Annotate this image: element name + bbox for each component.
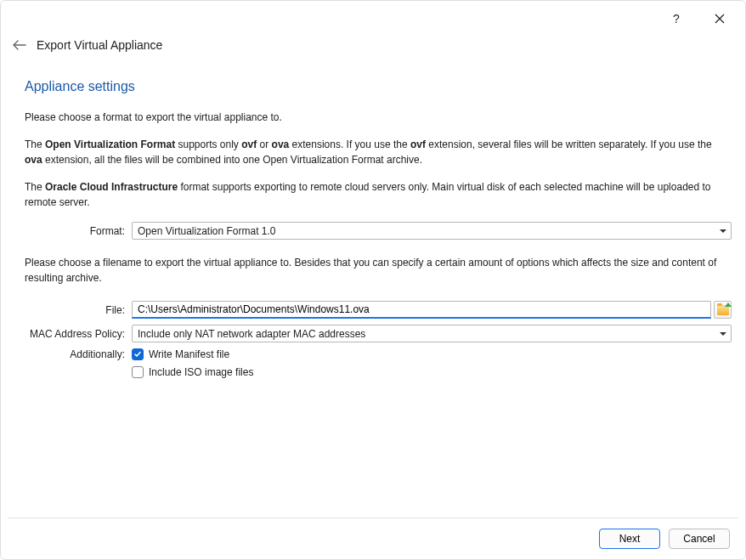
intro-text-1: Please choose a format to export the vir…	[25, 110, 732, 125]
footer-divider	[8, 518, 738, 518]
format-value: Open Virtualization Format 1.0	[138, 225, 276, 237]
back-icon[interactable]	[13, 38, 26, 52]
intro-text-2: The Open Virtualization Format supports …	[25, 137, 732, 167]
additionally-label: Additionally:	[25, 348, 132, 360]
next-button[interactable]: Next	[599, 529, 660, 549]
write-manifest-checkbox[interactable]	[132, 348, 144, 360]
page-title: Export Virtual Appliance	[37, 38, 162, 52]
browse-button[interactable]	[714, 301, 732, 319]
help-icon[interactable]: ?	[670, 12, 684, 25]
include-iso-label: Include ISO image files	[149, 366, 253, 378]
chevron-down-icon	[720, 229, 726, 233]
intro-text-4: Please choose a filename to export the v…	[25, 255, 732, 286]
file-input[interactable]	[132, 301, 711, 319]
include-iso-checkbox[interactable]	[132, 366, 144, 378]
mac-label: MAC Address Policy:	[25, 328, 132, 340]
section-heading: Appliance settings	[25, 79, 732, 94]
mac-select[interactable]: Include only NAT network adapter MAC add…	[132, 325, 732, 342]
chevron-down-icon	[720, 332, 726, 336]
file-label: File:	[25, 304, 132, 316]
folder-icon	[717, 305, 729, 315]
mac-value: Include only NAT network adapter MAC add…	[138, 328, 365, 340]
svg-text:?: ?	[673, 13, 680, 25]
format-select[interactable]: Open Virtualization Format 1.0	[132, 222, 732, 240]
cancel-button[interactable]: Cancel	[669, 529, 730, 549]
intro-text-3: The Oracle Cloud Infrastructure format s…	[25, 179, 732, 210]
write-manifest-label: Write Manifest file	[149, 348, 229, 360]
format-label: Format:	[25, 225, 132, 237]
close-icon[interactable]	[713, 12, 726, 25]
